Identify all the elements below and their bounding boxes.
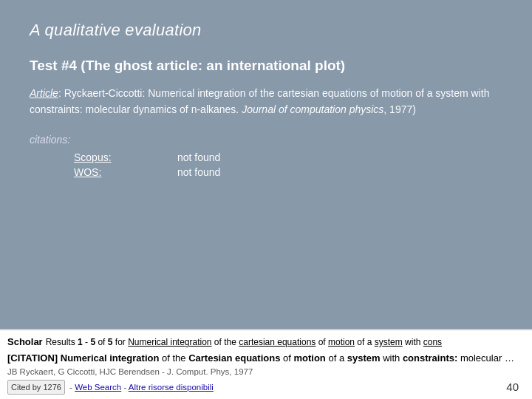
citations-table: Scopus: not found WOS: not found [74, 151, 502, 178]
query-cartesian: cartesian equations [239, 337, 316, 347]
article-block: Article: Ryckaert-Ciccotti: Numerical in… [30, 86, 502, 117]
scholar-label: Scholar [7, 335, 43, 349]
cited-by-box[interactable]: Cited by 1276 [7, 380, 65, 395]
wos-source: WOS: [74, 166, 177, 178]
scholar-results-text: Results 1 - 5 of 5 for Numerical integra… [46, 335, 442, 349]
citation-bold-3: motion [293, 352, 325, 364]
citation-tag: [CITATION] [7, 352, 58, 364]
altre-risorse-link[interactable]: Altre risorse disponibili [129, 383, 214, 392]
slide: A qualitative evaluation Test #4 (The gh… [0, 0, 532, 399]
scholar-bar: Scholar Results 1 - 5 of 5 for Numerical… [0, 329, 532, 399]
citations-section: citations: Scopus: not found WOS: not fo… [30, 134, 502, 178]
slide-number: 40 [506, 381, 519, 393]
query-motion: motion [328, 337, 355, 347]
citation-bold-4: system [347, 352, 381, 364]
query-cons: cons [423, 337, 442, 347]
article-year: , 1977) [383, 103, 416, 115]
web-search-link[interactable]: Web Search [75, 383, 121, 392]
query-numerical: Numerical integration [128, 337, 211, 347]
test-heading: Test #4 (The ghost article: an internati… [30, 58, 502, 74]
scopus-source: Scopus: [74, 151, 177, 163]
citation-bold-5: constraints: [403, 352, 457, 364]
slide-content: A qualitative evaluation Test #4 (The gh… [0, 0, 532, 329]
citation-result-line: [CITATION] Numerical integration of the … [7, 351, 525, 366]
author-line: JB Ryckaert, G Ciccotti, HJC Berendsen -… [7, 366, 525, 378]
article-colon: : [58, 87, 64, 99]
wos-status: not found [177, 166, 296, 178]
links-line: Cited by 1276 - Web Search - Altre risor… [7, 380, 525, 395]
article-journal: Journal of computation physics [242, 103, 383, 115]
query-system: system [375, 337, 403, 347]
slide-title: A qualitative evaluation [30, 21, 502, 40]
citation-bold-2: Cartesian equations [188, 352, 280, 364]
scopus-status: not found [177, 151, 296, 163]
article-label: Article [30, 87, 58, 99]
citations-label: citations: [30, 134, 502, 146]
scholar-header: Scholar Results 1 - 5 of 5 for Numerical… [7, 335, 525, 349]
citation-bold-1: Numerical integration [61, 352, 160, 364]
